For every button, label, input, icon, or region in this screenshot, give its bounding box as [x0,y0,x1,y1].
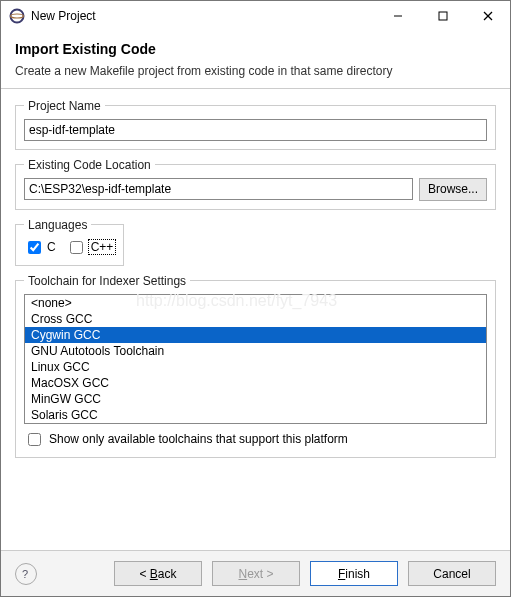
show-only-option[interactable]: Show only available toolchains that supp… [24,430,487,449]
toolchain-item[interactable]: MinGW GCC [25,391,486,407]
language-cpp-option[interactable]: C++ [66,238,116,257]
toolchain-item[interactable]: GNU Autotools Toolchain [25,343,486,359]
svg-point-0 [11,10,24,23]
window-title: New Project [31,9,375,23]
finish-button[interactable]: Finish [310,561,398,586]
toolchain-listbox[interactable]: <none>Cross GCCCygwin GCCGNU Autotools T… [24,294,487,424]
titlebar: New Project [1,1,510,31]
toolchain-item[interactable]: <none> [25,295,486,311]
next-button: Next > [212,561,300,586]
project-name-input[interactable] [24,119,487,141]
code-location-group: Existing Code Location Browse... [15,158,496,210]
svg-point-1 [11,14,24,18]
svg-text:?: ? [22,568,28,580]
language-cpp-label: C++ [89,240,116,254]
show-only-checkbox[interactable] [28,433,41,446]
code-location-input[interactable] [24,178,413,200]
language-c-option[interactable]: C [24,238,56,257]
close-button[interactable] [465,1,510,31]
svg-rect-3 [439,12,447,20]
help-icon: ? [19,567,33,581]
toolchain-item[interactable]: Cygwin GCC [25,327,486,343]
maximize-button[interactable] [420,1,465,31]
toolchain-item[interactable]: MacOSX GCC [25,375,486,391]
language-c-label: C [47,240,56,254]
toolchain-item[interactable]: Linux GCC [25,359,486,375]
cancel-button[interactable]: Cancel [408,561,496,586]
wizard-header: Import Existing Code Create a new Makefi… [1,31,510,89]
minimize-button[interactable] [375,1,420,31]
language-c-checkbox[interactable] [28,241,41,254]
show-only-label: Show only available toolchains that supp… [49,432,348,446]
wizard-content: Project Name Existing Code Location Brow… [1,89,510,550]
browse-button[interactable]: Browse... [419,178,487,201]
toolchain-item[interactable]: Solaris GCC [25,407,486,423]
languages-legend: Languages [24,218,91,232]
project-name-legend: Project Name [24,99,105,113]
eclipse-icon [9,8,25,24]
language-cpp-checkbox[interactable] [70,241,83,254]
toolchain-legend: Toolchain for Indexer Settings [24,274,190,288]
toolchain-group: Toolchain for Indexer Settings http://bl… [15,274,496,458]
page-description: Create a new Makefile project from exist… [15,63,496,80]
help-button[interactable]: ? [15,563,37,585]
code-location-legend: Existing Code Location [24,158,155,172]
project-name-group: Project Name [15,99,496,150]
toolchain-item[interactable]: Cross GCC [25,311,486,327]
languages-group: Languages C C++ [15,218,124,266]
page-title: Import Existing Code [15,41,496,57]
wizard-footer: ? < Back Next > Finish Cancel [1,550,510,596]
back-button[interactable]: < Back [114,561,202,586]
